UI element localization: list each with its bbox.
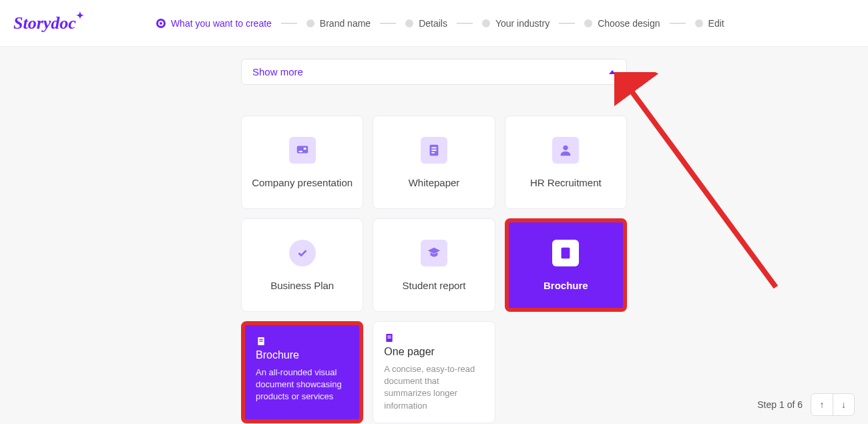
- detail-card-one-pager[interactable]: One pager A concise, easy-to-read docume…: [373, 321, 495, 423]
- step-dot-icon: [584, 19, 592, 27]
- document-icon: [552, 240, 579, 266]
- next-button[interactable]: ↓: [833, 394, 854, 415]
- logo: Storydoc ✦: [13, 13, 76, 33]
- header: Storydoc ✦ What you want to create Brand…: [0, 0, 868, 47]
- card-hr-recruitment[interactable]: HR Recruitment: [505, 116, 627, 209]
- svg-rect-14: [259, 341, 262, 341]
- caret-up-icon: [609, 70, 616, 74]
- step-divider: [670, 23, 686, 24]
- stepper: What you want to create Brand name Detai…: [156, 18, 724, 29]
- step-label: Your industry: [495, 18, 550, 29]
- card-student-report[interactable]: Student report: [373, 218, 495, 312]
- step-label: What you want to create: [171, 18, 272, 29]
- svg-rect-4: [431, 147, 436, 148]
- step-label: Brand name: [320, 18, 371, 29]
- detail-desc: An all-rounded visual document showcasin…: [256, 367, 349, 403]
- step-dot-icon: [405, 19, 413, 27]
- card-label: Brochure: [544, 280, 588, 291]
- step-divider: [281, 23, 297, 24]
- step-brand-name[interactable]: Brand name: [306, 18, 371, 29]
- card-brochure[interactable]: Brochure: [505, 218, 627, 312]
- card-label: Student report: [402, 280, 465, 291]
- step-dot-icon: [306, 19, 314, 27]
- sparkle-icon: ✦: [76, 10, 84, 21]
- svg-rect-6: [431, 152, 435, 153]
- step-indicator: Step 1 of 6: [757, 399, 803, 410]
- empty-cell: [505, 321, 627, 423]
- svg-rect-16: [388, 336, 391, 337]
- show-more-label: Show more: [252, 66, 303, 77]
- nav-buttons: ↑ ↓: [811, 393, 855, 416]
- show-more-toggle[interactable]: Show more: [241, 59, 627, 85]
- step-what-you-want[interactable]: What you want to create: [156, 18, 272, 29]
- step-divider: [559, 23, 575, 24]
- card-label: Business Plan: [270, 280, 334, 291]
- arrow-down-icon: ↓: [841, 399, 846, 410]
- detail-card-brochure[interactable]: Brochure An all-rounded visual document …: [241, 321, 363, 423]
- step-label: Edit: [708, 18, 724, 29]
- svg-rect-9: [564, 250, 568, 251]
- detail-desc: A concise, easy-to-read document that su…: [384, 363, 483, 412]
- card-company-presentation[interactable]: Company presentation: [241, 116, 363, 209]
- card-business-plan[interactable]: Business Plan: [241, 218, 363, 312]
- step-dot-active-icon: [156, 19, 166, 28]
- svg-rect-10: [564, 252, 568, 254]
- step-your-industry[interactable]: Your industry: [482, 18, 550, 29]
- step-edit[interactable]: Edit: [695, 18, 724, 29]
- main: Show more Company presentation Whitepape…: [0, 47, 868, 423]
- step-label: Details: [419, 18, 447, 29]
- step-choose-design[interactable]: Choose design: [584, 18, 660, 29]
- step-label: Choose design: [598, 18, 660, 29]
- prev-button[interactable]: ↑: [811, 394, 833, 415]
- arrow-up-icon: ↑: [820, 399, 825, 410]
- template-grid: Company presentation Whitepaper HR Recru…: [241, 116, 627, 312]
- svg-rect-2: [303, 148, 306, 150]
- person-icon: [552, 137, 579, 164]
- card-label: Company presentation: [252, 177, 353, 188]
- detail-title: Brochure: [256, 349, 349, 361]
- step-dot-icon: [695, 19, 703, 27]
- svg-rect-0: [296, 146, 308, 153]
- step-details[interactable]: Details: [405, 18, 447, 29]
- svg-rect-5: [431, 150, 436, 151]
- detail-row: Brochure An all-rounded visual document …: [241, 321, 627, 423]
- svg-rect-17: [388, 337, 391, 338]
- step-divider: [457, 23, 473, 24]
- svg-rect-1: [298, 150, 302, 152]
- document-icon: [256, 336, 349, 349]
- logo-text: Storydoc: [13, 13, 76, 33]
- step-dot-icon: [482, 19, 490, 27]
- graduation-cap-icon: [421, 240, 447, 266]
- svg-rect-11: [564, 254, 567, 256]
- document-icon: [384, 333, 483, 346]
- svg-rect-13: [259, 339, 262, 340]
- detail-title: One pager: [384, 346, 483, 358]
- step-divider: [380, 23, 396, 24]
- card-label: HR Recruitment: [530, 177, 602, 188]
- document-icon: [421, 137, 447, 164]
- card-whitepaper[interactable]: Whitepaper: [373, 116, 495, 209]
- checkmark-icon: [289, 240, 316, 266]
- presentation-icon: [289, 137, 316, 164]
- footer: Step 1 of 6 ↑ ↓: [757, 393, 855, 416]
- card-label: Whitepaper: [409, 177, 460, 188]
- svg-point-7: [564, 145, 568, 150]
